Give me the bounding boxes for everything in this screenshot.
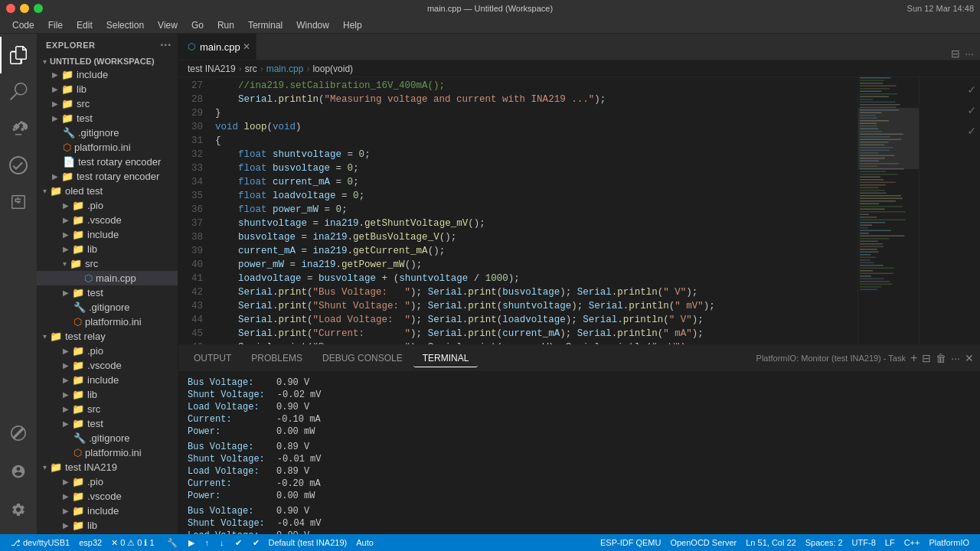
sidebar-item-oled-lib[interactable]: ▶ 📁 lib <box>37 242 178 256</box>
explorer-menu-icon[interactable]: ··· <box>160 38 172 52</box>
activity-account[interactable] <box>0 453 37 490</box>
status-icon-6[interactable]: ✔ <box>248 538 264 548</box>
sidebar-item-oled-test[interactable]: ▾ 📁 oled test <box>37 184 178 198</box>
code-content[interactable]: //ina219.setCalibration_16V_400mA(); Ser… <box>209 77 858 344</box>
status-board[interactable]: esp32 <box>74 538 106 547</box>
activity-run[interactable] <box>0 147 37 184</box>
activity-remote[interactable] <box>0 415 37 452</box>
sidebar-item-test-ina219[interactable]: ▾ 📁 test INA219 <box>37 460 178 474</box>
sidebar-item-oled-vscode[interactable]: ▶ 📁 .vscode <box>37 213 178 227</box>
tab-main-cpp[interactable]: ⬡ main.cpp ✕ <box>178 34 256 60</box>
breadcrumb-file[interactable]: main.cpp <box>266 64 304 74</box>
status-errors[interactable]: ✕ 0 ⚠ 0 ℹ 1 <box>106 538 158 548</box>
maximize-button[interactable] <box>34 4 43 13</box>
sidebar-item-label: include <box>77 69 108 80</box>
sidebar-item-relay-include[interactable]: ▶ 📁 include <box>37 373 178 387</box>
sidebar-item-test-rotary-folder[interactable]: ▶ 📁 test rotary encoder <box>37 169 178 184</box>
kill-terminal-icon[interactable]: 🗑 <box>936 352 946 364</box>
more-terminal-icon[interactable]: ··· <box>951 352 960 364</box>
folder-icon: 📁 <box>72 403 84 415</box>
activity-settings[interactable] <box>0 491 37 528</box>
close-panel-icon[interactable]: ✕ <box>965 352 974 364</box>
sidebar-item-src[interactable]: ▶ 📁 src <box>37 96 178 111</box>
status-icon-4[interactable]: ↓ <box>215 538 229 547</box>
sidebar-item-oled-main-cpp[interactable]: ⬡ main.cpp <box>37 271 178 285</box>
panel-tab-output[interactable]: OUTPUT <box>185 350 240 367</box>
activity-extensions[interactable] <box>0 184 37 220</box>
menu-edit[interactable]: Edit <box>70 18 99 32</box>
code-editor[interactable]: 27 28 29 30 31 32 33 34 35 36 37 38 39 4… <box>178 77 980 344</box>
status-branch[interactable]: ⎇ dev/ttyUSB1 <box>6 538 74 548</box>
status-encoding[interactable]: UTF-8 <box>848 538 880 547</box>
sidebar-item-oled-include[interactable]: ▶ 📁 include <box>37 227 178 242</box>
status-openocd[interactable]: OpenOCD Server <box>665 538 741 547</box>
sidebar-item-oled-pio[interactable]: ▶ 📁 .pio <box>37 198 178 213</box>
tab-close-button[interactable]: ✕ <box>240 41 253 53</box>
check-icon[interactable]: ✓ <box>966 80 977 99</box>
sidebar-item-relay-test[interactable]: ▶ 📁 test <box>37 416 178 431</box>
status-icon-1[interactable]: 🔧 <box>162 538 182 548</box>
status-endings[interactable]: LF <box>880 538 900 547</box>
status-env[interactable]: Default (test INA219) <box>264 538 352 547</box>
menu-help[interactable]: Help <box>337 18 368 32</box>
workspace-header[interactable]: ▾ UNTITLED (WORKSPACE) <box>37 55 178 67</box>
status-icon-3[interactable]: ↑ <box>201 538 214 547</box>
sidebar-item-ina-vscode[interactable]: ▶ 📁 .vscode <box>37 489 178 504</box>
status-language[interactable]: C++ <box>900 538 925 547</box>
menu-selection[interactable]: Selection <box>100 18 150 32</box>
sidebar-item-test-rotary-enc-file[interactable]: 📄 test rotary encoder <box>37 155 178 169</box>
sidebar-item-platformio[interactable]: ⬡ platformio.ini <box>37 140 178 155</box>
breadcrumb-src[interactable]: src <box>245 64 257 74</box>
sidebar-item-lib[interactable]: ▶ 📁 lib <box>37 82 178 96</box>
status-spaces[interactable]: Spaces: 2 <box>801 538 848 547</box>
breadcrumb-function[interactable]: loop(void) <box>312 64 353 74</box>
sidebar-item-oled-src[interactable]: ▾ 📁 src <box>37 256 178 271</box>
activity-explorer[interactable] <box>0 37 37 73</box>
menu-view[interactable]: View <box>152 18 184 32</box>
sidebar-item-relay-lib[interactable]: ▶ 📁 lib <box>37 387 178 402</box>
sidebar-item-relay-src[interactable]: ▶ 📁 src <box>37 402 178 416</box>
check-icon-2[interactable]: ✓ <box>966 101 977 119</box>
sidebar-item-oled-test[interactable]: ▶ 📁 test <box>37 285 178 300</box>
sidebar-item-test-relay[interactable]: ▾ 📁 test relay <box>37 329 178 344</box>
sidebar-item-ina-pio[interactable]: ▶ 📁 .pio <box>37 474 178 489</box>
sidebar-item-oled-gitignore[interactable]: 🔧 .gitignore <box>37 300 178 315</box>
more-actions-icon[interactable]: ··· <box>965 47 974 60</box>
sidebar-item-relay-platformio[interactable]: ⬡ platformio.ini <box>37 445 178 460</box>
split-terminal-icon[interactable]: ⊟ <box>922 352 931 364</box>
explorer-header[interactable]: EXPLORER ··· <box>37 34 178 55</box>
sidebar-item-ina-include[interactable]: ▶ 📁 include <box>37 504 178 518</box>
menu-run[interactable]: Run <box>211 18 240 32</box>
sidebar-item-include[interactable]: ▶ 📁 include <box>37 67 178 82</box>
activity-source-control[interactable] <box>0 110 37 147</box>
panel-tab-terminal[interactable]: TERMINAL <box>413 350 479 367</box>
sidebar-item-ina-lib[interactable]: ▶ 📁 lib <box>37 518 178 533</box>
status-platform[interactable]: PlatformIO <box>924 538 974 547</box>
status-icon-2[interactable]: ▶ <box>184 538 199 548</box>
sidebar-item-relay-pio[interactable]: ▶ 📁 .pio <box>37 344 178 358</box>
split-editor-icon[interactable]: ⊟ <box>951 47 960 60</box>
sidebar-item-relay-gitignore[interactable]: 🔧 .gitignore <box>37 431 178 445</box>
activity-search[interactable] <box>0 73 37 110</box>
panel-tab-debug-console[interactable]: DEBUG CONSOLE <box>313 350 412 367</box>
check-icon-3[interactable]: ✓ <box>966 122 977 140</box>
menu-window[interactable]: Window <box>290 18 335 32</box>
sidebar-item-gitignore[interactable]: 🔧 .gitignore <box>37 126 178 140</box>
status-mode[interactable]: Auto <box>351 538 378 547</box>
menu-go[interactable]: Go <box>185 18 210 32</box>
minimize-button[interactable] <box>20 4 29 13</box>
menu-terminal[interactable]: Terminal <box>242 18 289 32</box>
sidebar-item-oled-platformio[interactable]: ⬡ platformio.ini <box>37 315 178 329</box>
breadcrumb-workspace[interactable]: test INA219 <box>188 64 236 74</box>
menu-code[interactable]: Code <box>6 18 41 32</box>
sidebar-item-test[interactable]: ▶ 📁 test <box>37 111 178 126</box>
panel-tab-problems[interactable]: PROBLEMS <box>242 350 312 367</box>
terminal-content[interactable]: Bus Voltage: 0.90 V Shunt Voltage: -0.02… <box>178 372 980 534</box>
sidebar-item-relay-vscode[interactable]: ▶ 📁 .vscode <box>37 358 178 373</box>
menu-file[interactable]: File <box>42 18 69 32</box>
status-cursor[interactable]: Ln 51, Col 22 <box>741 538 800 547</box>
add-terminal-icon[interactable]: + <box>910 351 917 365</box>
status-esp[interactable]: ESP-IDF QEMU <box>596 538 665 547</box>
close-button[interactable] <box>6 4 15 13</box>
status-icon-5[interactable]: ✔ <box>230 538 247 548</box>
